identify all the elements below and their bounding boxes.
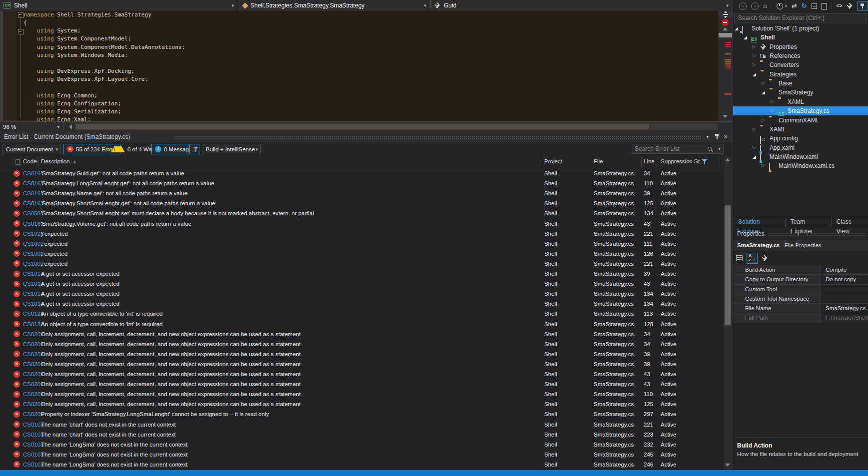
close-icon[interactable]: × [722, 133, 730, 141]
collapsed-arrow-icon[interactable]: ▷ [753, 42, 756, 51]
error-row[interactable]: ×CS0161'SmaStrategy.Guid.get': not all c… [0, 168, 724, 178]
error-row[interactable]: ×CS0161'SmaStrategy.ShortSmaLenght.get':… [0, 198, 724, 208]
expanded-arrow-icon[interactable]: ◢ [744, 33, 747, 42]
property-row[interactable]: Full PathF:\Transfer\Shell\ [733, 313, 868, 323]
error-row[interactable]: ×CS1026) expectedShellSmaStrategy.cs221A… [0, 229, 724, 239]
clear-filters-button[interactable]: × [189, 144, 199, 154]
expanded-arrow-icon[interactable]: ◢ [753, 152, 756, 161]
error-row[interactable]: ×CS0103The name 'LongSma' does not exist… [0, 450, 724, 460]
error-row[interactable]: ×CS0201Only assignment, call, increment,… [0, 379, 724, 389]
collapsed-arrow-icon[interactable]: ▷ [753, 125, 756, 134]
alphabetical-sort-button[interactable]: ↓ [747, 253, 758, 264]
error-row[interactable]: ×CS0103The name 'chart' does not exist i… [0, 430, 724, 440]
severity-column-icon[interactable] [15, 159, 20, 165]
tree-item-commonxaml[interactable]: ▷CommonXAML [733, 116, 868, 125]
categorized-view-icon[interactable] [736, 255, 743, 261]
error-list-scrollbar-thumb[interactable] [725, 205, 731, 325]
solution-explorer-search-input[interactable]: Search Solution Explorer (Ctrl+;) [734, 13, 867, 22]
error-row[interactable]: ×CS0161'SmaStrategy.Name.get': not all c… [0, 188, 724, 198]
property-value[interactable]: F:\Transfer\Shell\ [822, 313, 868, 322]
tab-class-view[interactable]: Class View [832, 217, 868, 227]
error-mark[interactable] [725, 93, 731, 95]
error-row[interactable]: ×CS0201Only assignment, call, increment,… [0, 349, 724, 359]
collapsed-arrow-icon[interactable]: ▷ [771, 106, 774, 115]
error-row[interactable]: ×CS0126An object of a type convertible t… [0, 309, 724, 319]
code-line[interactable]: using Ecng.Configuration; [23, 100, 121, 108]
error-mark[interactable] [726, 44, 731, 45]
error-mark[interactable] [726, 65, 731, 66]
code-line[interactable]: { [23, 19, 27, 27]
code-line[interactable]: using System; [23, 27, 81, 35]
zoom-level-dropdown[interactable]: 96 % ▾ [0, 122, 64, 131]
chevron-down-icon[interactable]: ▾ [785, 4, 787, 8]
sync-with-active-document-icon[interactable]: ⇄ [792, 1, 797, 11]
error-row[interactable]: ×CS0201Only assignment, call, increment,… [0, 329, 724, 339]
tree-item-solution-shell-1-project-[interactable]: ◢Solution 'Shell' (1 project) [733, 24, 868, 33]
code-line[interactable]: using System.ComponentModel; [23, 35, 131, 43]
code-line[interactable]: using System.Windows.Media; [23, 51, 128, 59]
tree-item-mainwindow-xaml[interactable]: ◢MainWindow.xaml [733, 152, 868, 161]
tree-item-shell[interactable]: ◢C#Shell [733, 33, 868, 42]
type-dropdown[interactable]: Shell.Strategies.SmaStrategy.SmaStrategy… [238, 0, 431, 11]
back-button[interactable]: ← [739, 2, 747, 10]
error-row[interactable]: ×CS1014A get or set accessor expectedShe… [0, 279, 724, 289]
error-mark[interactable] [726, 67, 731, 68]
property-value[interactable] [822, 294, 868, 303]
error-row[interactable]: ×CS0201Only assignment, call, increment,… [0, 369, 724, 379]
tab-team-explorer[interactable]: Team Explorer [786, 217, 832, 227]
property-row[interactable]: Build ActionCompile [733, 265, 868, 275]
error-row[interactable]: ×CS0161'SmaStrategy.LongSmaLenght.get': … [0, 178, 724, 188]
code-line[interactable]: using System.ComponentModel.DataAnnotati… [23, 43, 185, 51]
error-mark[interactable] [726, 46, 731, 47]
warning-mark[interactable] [725, 63, 731, 64]
tree-item-properties[interactable]: ▷Properties [733, 42, 868, 51]
error-row[interactable]: ×CS0201Only assignment, call, increment,… [0, 359, 724, 369]
collapse-region-icon[interactable] [18, 29, 23, 34]
column-header-file[interactable]: File [594, 158, 603, 164]
tree-item-references[interactable]: ▷References [733, 51, 868, 60]
error-row[interactable]: ×CS1002; expectedShellSmaStrategy.cs111A… [0, 239, 724, 249]
chevron-down-icon[interactable]: ▾ [718, 146, 721, 151]
collapsed-arrow-icon[interactable]: ▷ [762, 79, 765, 88]
code-line[interactable]: using Ecng.Serialization; [23, 108, 121, 116]
project-dropdown[interactable]: C# Shell ▾ [0, 0, 238, 11]
error-row[interactable]: ×CS0501'SmaStrategy.ShortSmaLenght.set' … [0, 208, 724, 218]
property-row[interactable]: Custom Tool Namespace [733, 294, 868, 304]
editor-vertical-scrollbar[interactable] [718, 11, 733, 121]
collapsed-arrow-icon[interactable]: ▷ [762, 161, 765, 170]
error-row[interactable]: ×CS1014A get or set accessor expectedShe… [0, 269, 724, 279]
expanded-arrow-icon[interactable]: ◢ [762, 88, 765, 97]
error-row[interactable]: ×CS0103The name 'chart' does not exist i… [0, 420, 724, 430]
property-row[interactable]: File NameSmaStrategy.cs [733, 304, 868, 313]
properties-title-bar[interactable]: Properties [733, 228, 868, 239]
member-dropdown[interactable]: Guid ▾ [431, 0, 733, 11]
tree-item-base[interactable]: ▷Base [733, 79, 868, 88]
collapsed-arrow-icon[interactable]: ▷ [753, 143, 756, 152]
source-dropdown[interactable]: Build + IntelliSense ▾ [202, 144, 261, 154]
collapsed-arrow-icon[interactable]: ▷ [771, 97, 774, 106]
code-text-area[interactable]: namespace Shell.Strategies.SmaStrategy{ … [23, 11, 718, 121]
error-list-search-input[interactable]: Search Error List ▾ [631, 144, 724, 154]
collapse-all-icon[interactable] [812, 3, 817, 9]
error-list-vertical-scrollbar[interactable] [724, 156, 732, 470]
error-list-title-bar[interactable]: Error List - Current Document (SmaStrate… [0, 131, 733, 142]
tree-item-smastrategy[interactable]: ◢SmaStrategy [733, 88, 868, 97]
code-line[interactable]: using DevExpress.Xpf.Docking; [23, 67, 134, 75]
tree-item-converters[interactable]: ▷Converters [733, 60, 868, 69]
scroll-left-arrow-icon[interactable] [69, 124, 72, 129]
tree-item-smastrategy-cs[interactable]: ▷C#SmaStrategy.cs [733, 106, 868, 115]
error-row[interactable]: ×CS0126An object of a type convertible t… [0, 319, 724, 329]
window-position-dropdown-icon[interactable]: ▾ [704, 133, 712, 141]
scope-dropdown[interactable]: Current Document ▾ [2, 144, 61, 154]
warning-mark[interactable] [725, 59, 731, 60]
column-header-project[interactable]: Project [544, 158, 562, 164]
scroll-down-arrow-icon[interactable] [723, 115, 728, 118]
warning-mark[interactable] [725, 61, 731, 62]
horizontal-scrollbar-thumb[interactable] [76, 124, 649, 129]
code-line[interactable]: using Ecng.Xaml; [23, 116, 91, 121]
property-value[interactable]: SmaStrategy.cs [822, 304, 868, 313]
column-header-line[interactable]: Line [644, 158, 655, 164]
refresh-icon[interactable]: ↻ [802, 1, 807, 11]
preview-selected-items-toggle[interactable] [858, 1, 868, 11]
tree-item-mainwindow-xaml-cs[interactable]: ▷MainWindow.xaml.cs [733, 161, 868, 170]
